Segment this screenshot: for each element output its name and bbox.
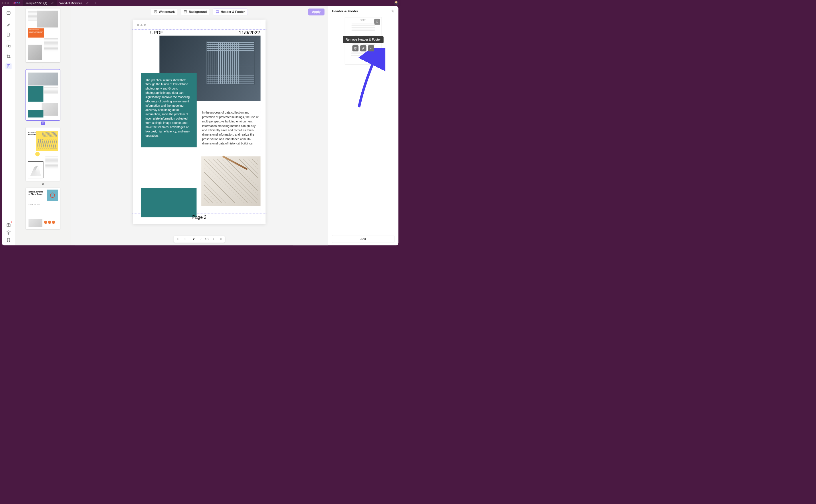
star-icon[interactable]: ★	[391, 9, 394, 13]
svg-point-5	[8, 66, 9, 67]
header-right-text: 11/9/2022	[239, 30, 260, 35]
thumb-4-title: Basic Elements of Plane Space	[29, 191, 45, 195]
svg-rect-9	[184, 11, 187, 11]
thumb-1-title: Building environment information modelin…	[28, 28, 44, 37]
tab-world-of-microbes[interactable]: World of Microbes	[57, 0, 92, 6]
watermark-label: Watermark	[159, 10, 175, 14]
thumb-2-number: 2	[19, 122, 68, 125]
svg-point-13	[372, 48, 372, 48]
tab-sample-pdf[interactable]: samplePDF(1)(1)	[23, 0, 57, 6]
svg-rect-4	[7, 65, 10, 68]
background-label: Background	[189, 10, 207, 14]
gift-icon[interactable]	[5, 222, 12, 228]
workspace: Building environment information modelin…	[2, 6, 398, 245]
page-input[interactable]	[190, 237, 197, 241]
organize-tool-icon[interactable]	[5, 43, 12, 50]
thumbnail-3[interactable]: Geometric Philosophy	[26, 127, 60, 180]
bookmark-icon[interactable]	[5, 237, 12, 243]
first-page-button[interactable]	[176, 237, 180, 241]
page-tools-toolbar: Watermark Background Header & Footer	[151, 8, 248, 15]
tool-rail	[2, 6, 15, 245]
crop-tool-icon[interactable]	[5, 53, 12, 59]
visibility-off-icon[interactable]	[374, 19, 380, 25]
watermark-button[interactable]: Watermark	[151, 8, 178, 15]
canvas: Watermark Background Header & Footer App…	[71, 6, 328, 245]
thumb-3-title: Geometric Philosophy	[28, 132, 37, 136]
page-tools-icon[interactable]	[5, 63, 12, 70]
pencil-icon[interactable]	[86, 1, 89, 5]
thumb-4-subtitle: 1. KNOW THE POINTS	[29, 204, 40, 205]
last-page-button[interactable]	[219, 237, 223, 241]
svg-point-11	[370, 48, 370, 48]
highlighter-tool-icon[interactable]	[5, 22, 12, 28]
prev-page-button[interactable]	[183, 237, 187, 241]
edit-button[interactable]	[360, 45, 367, 51]
app-logo: UPDF	[13, 1, 20, 5]
user-avatar[interactable]	[394, 1, 399, 5]
right-panel: Header & Footer ★ UPDF Remove Header & F…	[328, 6, 398, 245]
tab-label: World of Microbes	[60, 1, 82, 5]
thumbnail-2[interactable]	[26, 70, 60, 120]
annotate-tool-icon[interactable]	[5, 31, 12, 38]
more-button[interactable]	[368, 45, 374, 51]
pencil-icon[interactable]	[51, 1, 54, 5]
page-preview[interactable]: UPDF 11/9/2022 The practical results sho…	[133, 20, 266, 224]
footer-text: Page 2	[192, 215, 207, 220]
svg-rect-3	[9, 45, 10, 47]
right-panel-title: Header & Footer	[332, 9, 358, 13]
background-button[interactable]: Background	[181, 8, 210, 15]
next-page-button[interactable]	[212, 237, 216, 241]
apply-button[interactable]: Apply	[308, 8, 324, 15]
header-footer-label: Header & Footer	[221, 10, 245, 14]
add-button[interactable]: Add	[332, 235, 394, 243]
thumb-3-number: 3	[19, 182, 68, 185]
thumbnail-panel[interactable]: Building environment information modelin…	[15, 6, 71, 245]
titlebar: UPDF samplePDF(1)(1) World of Microbes +	[0, 0, 400, 6]
thumbnail-1[interactable]: Building environment information modelin…	[26, 8, 60, 62]
thumb-1-number: 1	[19, 64, 68, 67]
page-separator: /	[201, 237, 201, 241]
right-panel-title-row: Header & Footer ★	[332, 9, 394, 13]
remove-header-footer-tooltip: Remove Header & Footer	[343, 36, 384, 43]
window-controls[interactable]	[2, 2, 9, 4]
header-left-text: UPDF	[150, 30, 163, 35]
page-total: 10	[205, 237, 209, 241]
guide-line	[132, 29, 266, 30]
teal-callout-text: The practical results show that: through…	[141, 73, 197, 147]
header-footer-button[interactable]: Header & Footer	[213, 8, 248, 15]
svg-rect-10	[216, 11, 219, 13]
svg-rect-2	[7, 45, 8, 47]
paginator: / 10	[173, 236, 225, 243]
document-tabs: samplePDF(1)(1) World of Microbes +	[23, 0, 99, 6]
annotation-arrow	[355, 48, 386, 110]
svg-rect-1	[7, 33, 9, 36]
window-dots-icon	[137, 24, 146, 26]
new-tab-button[interactable]: +	[92, 0, 99, 6]
body-text: In the process of data collection and pr…	[202, 110, 260, 146]
delete-button[interactable]	[352, 45, 359, 51]
layers-icon[interactable]	[5, 229, 12, 236]
preset-actions	[352, 45, 374, 51]
svg-point-12	[371, 48, 371, 48]
reader-tool-icon[interactable]	[5, 10, 12, 16]
thumbnail-4[interactable]: Basic Elements of Plane Space 1. KNOW TH…	[26, 188, 60, 229]
bottom-image	[201, 156, 261, 206]
preset-logo: UPDF	[361, 19, 366, 21]
tab-label: samplePDF(1)(1)	[26, 1, 47, 5]
teal-bar	[141, 188, 197, 217]
